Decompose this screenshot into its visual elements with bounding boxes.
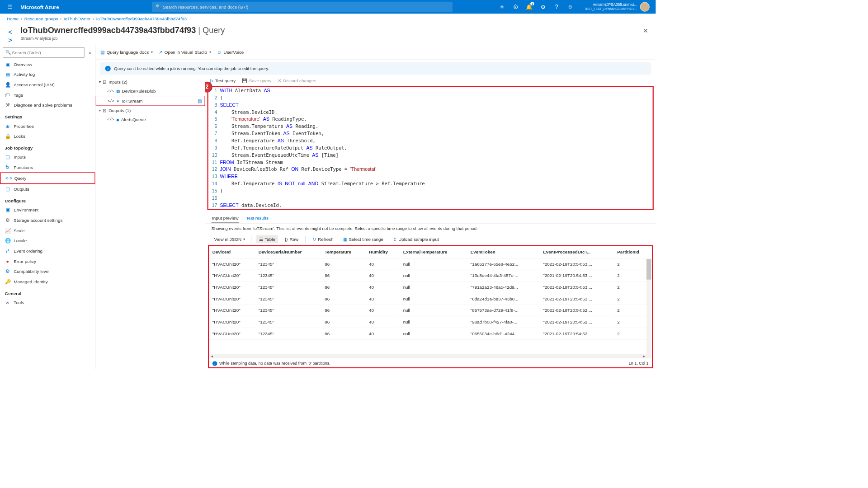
nav-inputs[interactable]: ▢Inputs bbox=[0, 152, 95, 162]
iam-icon: 👤 bbox=[5, 82, 10, 87]
input-iotstream[interactable]: </>✶IoTStream▤ bbox=[96, 96, 205, 106]
feedback-icon[interactable]: ☺ bbox=[563, 0, 577, 14]
notifications-icon[interactable]: 🔔1 bbox=[523, 0, 536, 14]
code-line[interactable]: 17SELECT data.DeviceId, bbox=[208, 202, 653, 209]
code-line[interactable]: 2( bbox=[208, 94, 653, 101]
save-query-button: 💾Save query bbox=[242, 78, 272, 83]
code-line[interactable]: 16 bbox=[208, 195, 653, 202]
nav-managed-identity[interactable]: 🔑Managed Identity bbox=[0, 277, 95, 287]
column-header[interactable]: DeviceSerialNumber bbox=[255, 246, 321, 258]
collapse-menu-icon[interactable]: « bbox=[87, 48, 93, 56]
outputs-group[interactable]: ▾⊡Outputs (1) bbox=[96, 106, 205, 115]
nav-locks[interactable]: 🔒Locks bbox=[0, 131, 95, 141]
code-line[interactable]: 5 'Temperature' AS ReadingType, bbox=[208, 116, 653, 123]
table-row[interactable]: "HVACUnit20""12345"8640null"0655034e-b6d… bbox=[209, 328, 652, 340]
code-line[interactable]: 7 Stream.EventToken AS EventToken, bbox=[208, 130, 653, 137]
upload-sample-button[interactable]: ↥Upload sample input bbox=[390, 235, 442, 243]
code-line[interactable]: 4 Stream.DeviceID, bbox=[208, 108, 653, 116]
output-alertsqueue[interactable]: </>◆AlertsQueue bbox=[96, 115, 205, 124]
crumb-resource[interactable]: IoThubOwnercffed999acb44739a43fbbd74f93 bbox=[96, 16, 187, 21]
results-grid[interactable]: DeviceIdDeviceSerialNumberTemperatureHum… bbox=[209, 246, 652, 359]
code-line[interactable]: 10 Stream.EventEnqueuedUtcTime AS [Time] bbox=[208, 151, 653, 159]
code-line[interactable]: 1WITH AlertData AS bbox=[208, 87, 653, 94]
main-content: ▤Query language docs▾ ↗Open in Visual St… bbox=[96, 45, 656, 369]
table-row[interactable]: "HVACUnit20""12345"8640null"791a2a23-48a… bbox=[209, 282, 652, 293]
global-search[interactable]: 🔍 bbox=[152, 2, 453, 12]
view-table-button[interactable]: ☰Table bbox=[256, 235, 278, 243]
code-line[interactable]: 6 Stream.Temperature AS Reading, bbox=[208, 123, 653, 130]
nav-scale[interactable]: 📈Scale bbox=[0, 225, 95, 236]
nav-locale[interactable]: 🌐Locale bbox=[0, 235, 95, 246]
nav-functions[interactable]: fxFunctions bbox=[0, 162, 95, 173]
code-line[interactable]: 13WHERE bbox=[208, 173, 653, 180]
cell: "1a65277e-65e8-4e52... bbox=[467, 258, 539, 270]
table-row[interactable]: "HVACUnit20""12345"8640null"857573ae-d72… bbox=[209, 305, 652, 316]
cmd-query-docs[interactable]: ▤Query language docs▾ bbox=[100, 50, 152, 55]
column-header[interactable]: ExternalTemperature bbox=[400, 246, 467, 258]
gear-icon: ⚙ bbox=[5, 217, 10, 223]
code-line[interactable]: 14 Ref.Temperature IS NOT null AND Strea… bbox=[208, 180, 653, 188]
nav-overview[interactable]: ▣Overview bbox=[0, 59, 95, 70]
crumb-rg[interactable]: Resource groups bbox=[24, 16, 58, 21]
table-row[interactable]: "HVACUnit20""12345"8640null"13d8de44-4fa… bbox=[209, 270, 652, 282]
column-header[interactable]: EventToken bbox=[467, 246, 539, 258]
code-line[interactable]: 11FROM IoTStream Stream bbox=[208, 159, 653, 166]
cloud-shell-icon[interactable]: ⎆ bbox=[495, 0, 509, 14]
crumb-owner[interactable]: IoThubOwner bbox=[64, 16, 90, 21]
input-devicerulesblob[interactable]: </>▦DeviceRulesBlob bbox=[96, 87, 205, 96]
hamburger-icon[interactable]: ☰ bbox=[4, 4, 17, 10]
code-line[interactable]: 9 Ref.TemperatureRuleOutput AS RuleOutpu… bbox=[208, 145, 653, 152]
crumb-home[interactable]: Home bbox=[7, 16, 19, 21]
view-json-button[interactable]: View in JSON▾ bbox=[212, 235, 248, 243]
column-header[interactable]: DeviceId bbox=[209, 246, 255, 258]
vertical-scrollbar[interactable] bbox=[646, 259, 651, 358]
refresh-button[interactable]: ↻Refresh bbox=[310, 235, 336, 243]
inputs-icon: ⊡ bbox=[103, 80, 106, 84]
tab-input-preview[interactable]: Input preview bbox=[212, 213, 239, 223]
menu-search-input[interactable] bbox=[3, 47, 85, 58]
preview-icon[interactable]: ▤ bbox=[198, 99, 202, 103]
code-line[interactable]: 3SELECT bbox=[208, 101, 653, 108]
nav-environment[interactable]: ▣Environment bbox=[0, 205, 95, 215]
nav-compat[interactable]: ⚙Compatibility level bbox=[0, 266, 95, 277]
code-line[interactable]: 15) bbox=[208, 188, 653, 195]
column-header[interactable]: PartitionId bbox=[614, 246, 652, 258]
nav-iam[interactable]: 👤Access control (IAM) bbox=[0, 80, 95, 90]
query-editor[interactable]: 2 1WITH AlertData AS2(3SELECT4 Stream.De… bbox=[208, 86, 654, 210]
code-line[interactable]: 8 Ref.Temperature AS Threshold, bbox=[208, 137, 653, 145]
cmd-open-vs[interactable]: ↗Open in Visual Studio▾ bbox=[159, 50, 211, 55]
nav-diagnose[interactable]: ⚒Diagnose and solve problems bbox=[0, 100, 95, 110]
status-message: While sampling data, no data was receive… bbox=[219, 361, 330, 366]
nav-query[interactable]: <·>Query bbox=[0, 172, 95, 184]
filter-icon[interactable]: ώ bbox=[509, 0, 523, 14]
nav-storage[interactable]: ⚙Storage account settings bbox=[0, 215, 95, 225]
nav-activity-log[interactable]: ▤Activity log bbox=[0, 69, 95, 80]
help-icon[interactable]: ? bbox=[550, 0, 563, 14]
nav-tags[interactable]: 🏷Tags bbox=[0, 90, 95, 100]
settings-icon[interactable]: ⚙ bbox=[536, 0, 550, 14]
nav-tools[interactable]: ∞Tools bbox=[0, 297, 95, 308]
nav-error-policy[interactable]: ●Error policy bbox=[0, 256, 95, 267]
nav-outputs[interactable]: ▢Outputs bbox=[0, 184, 95, 194]
column-header[interactable]: EventProcessedUtcT... bbox=[540, 246, 614, 258]
view-raw-button[interactable]: {}Raw bbox=[282, 235, 301, 243]
table-row[interactable]: "HVACUnit20""12345"8640null"98ad7b08-f42… bbox=[209, 316, 652, 328]
column-header[interactable]: Temperature bbox=[321, 246, 366, 258]
inputs-group[interactable]: ▾⊡Inputs (2) bbox=[96, 77, 205, 86]
column-header[interactable]: Humidity bbox=[365, 246, 400, 258]
test-query-button[interactable]: ▷Test query bbox=[210, 78, 236, 83]
cmd-uservoice[interactable]: ☺UserVoice bbox=[217, 50, 244, 55]
global-search-input[interactable] bbox=[152, 2, 453, 12]
table-row[interactable]: "HVACUnit20""12345"8640null"6da24d1a-be3… bbox=[209, 293, 652, 305]
user-menu[interactable]: william@PSA365.onmicr... TEST_TEST_DYNAM… bbox=[577, 2, 652, 12]
cell: null bbox=[400, 293, 467, 305]
nav-properties[interactable]: ⊞Properties bbox=[0, 121, 95, 131]
code-line[interactable]: 12JOIN DeviceRulesBlob Ref ON Ref.Device… bbox=[208, 166, 653, 173]
close-icon[interactable]: ✕ bbox=[643, 27, 648, 35]
tab-test-results[interactable]: Test results bbox=[245, 213, 269, 223]
nav-event-ordering[interactable]: ⇄Event ordering bbox=[0, 246, 95, 256]
table-row[interactable]: "HVACUnit20""12345"8640null"1a65277e-65e… bbox=[209, 258, 652, 270]
cell: 40 bbox=[365, 316, 400, 328]
horizontal-scrollbar[interactable]: ◂▸ bbox=[210, 354, 646, 359]
select-time-range-button[interactable]: ▦Select time range bbox=[340, 235, 386, 243]
